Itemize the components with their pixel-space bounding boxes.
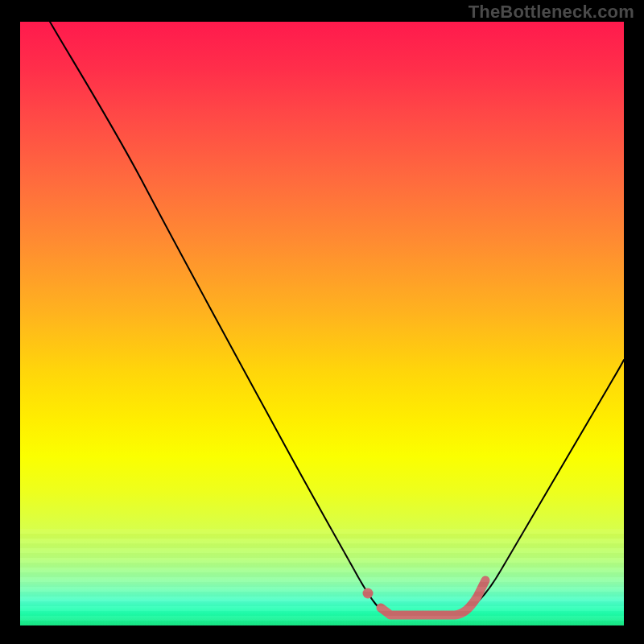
attribution-text: TheBottleneck.com <box>469 2 634 23</box>
optimal-start-dot <box>363 588 374 599</box>
chart-frame: TheBottleneck.com <box>0 0 644 644</box>
optimal-range-marker <box>381 580 485 615</box>
plot-area <box>20 22 624 625</box>
curve-layer <box>20 22 624 625</box>
bottleneck-curve <box>50 22 624 615</box>
